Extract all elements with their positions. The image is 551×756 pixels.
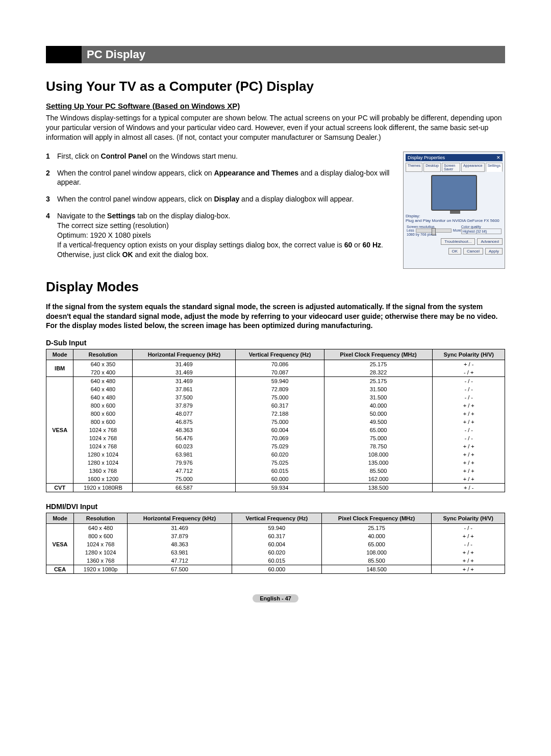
tab-themes: Themes [406,163,422,172]
data-cell: 40.000 [321,532,432,540]
hdmi-table: Mode Resolution Horizontal Frequency (kH… [46,513,505,574]
data-cell: 135.000 [324,459,433,467]
data-cell: 640 x 480 [73,393,133,401]
data-cell: 65.000 [324,426,433,434]
data-cell: 60.000 [232,565,321,574]
col-vf: Vertical Frequency (Hz) [236,349,324,360]
data-cell: + / + [433,401,505,410]
data-cell: + / + [433,475,505,484]
mode-cell: CEA [46,565,74,574]
data-cell: 162.000 [324,475,433,484]
table-row: 1024 x 76856.47670.06975.000- / - [46,434,505,442]
data-cell: 60.020 [232,548,321,557]
table-row: 1280 x 102463.98160.020108.000+ / + [46,450,505,459]
data-cell: + / + [432,565,505,574]
table-row: CVT1920 x 1080RB66.58759.934138.500+ / - [46,484,505,492]
dialog-tabs: Themes Desktop Screen Saver Appearance S… [406,163,503,172]
table-row: 1280 x 102479.97675.025135.000+ / + [46,459,505,467]
troubleshoot-button: Troubleshoot... [441,238,475,245]
data-cell: 60.015 [236,467,324,475]
data-cell: - / - [433,385,505,393]
data-cell: - / - [433,426,505,434]
data-cell: 37.861 [133,385,236,393]
resolution-slider [416,229,452,233]
data-cell: + / + [433,467,505,475]
data-cell: 47.712 [128,557,232,565]
col-hf: Horizontal Frequency (kHz) [133,349,236,360]
data-cell: 25.175 [324,377,433,386]
step-4: 4 Navigate to the Settings tab on the di… [46,211,397,259]
data-cell: 70.069 [236,434,324,442]
data-cell: 60.004 [232,540,321,548]
dsub-title: D-Sub Input [46,339,505,347]
subsection-setup: Setting Up Your PC Software (Based on Wi… [46,102,505,110]
data-cell: - / - [433,434,505,442]
data-cell: 85.500 [321,557,432,565]
data-cell: 63.981 [128,548,232,557]
data-cell: 25.175 [321,524,432,533]
col-res: Resolution [74,513,128,524]
data-cell: 65.000 [321,540,432,548]
data-cell: + / + [432,548,505,557]
data-cell: 31.469 [128,524,232,533]
data-cell: - / - [433,377,505,386]
data-cell: 1360 x 768 [73,467,133,475]
data-cell: 75.000 [324,434,433,442]
col-vf: Vertical Frequency (Hz) [232,513,321,524]
data-cell: 31.469 [133,368,236,377]
data-cell: 1024 x 768 [74,540,128,548]
step-number: 3 [46,194,57,204]
heading-using-tv: Using Your TV as a Computer (PC) Display [46,79,505,94]
data-cell: - / - [432,524,505,533]
col-pc: Pixel Clock Frequency (MHz) [324,349,433,360]
step-number: 1 [46,152,57,161]
table-row: 1024 x 76848.36360.00465.000- / - [46,540,505,548]
cq-label: Color quality [461,225,502,229]
data-cell: - / - [433,393,505,401]
monitor-preview [431,175,477,211]
data-cell: 31.469 [133,377,236,386]
data-cell: 79.976 [133,459,236,467]
data-cell: 800 x 600 [73,401,133,410]
data-cell: 1360 x 768 [74,557,128,565]
step-2: 2 When the control panel window appears,… [46,168,397,188]
data-cell: 1920 x 1080RB [73,484,133,492]
data-cell: 800 x 600 [74,532,128,540]
data-cell: 800 x 600 [73,410,133,418]
mode-cell: VESA [46,377,73,484]
data-cell: 48.363 [128,540,232,548]
step-text: When the control panel window appears, c… [57,194,397,204]
data-cell: 75.029 [236,442,324,450]
data-cell: - / + [433,368,505,377]
tab-screensaver: Screen Saver [442,163,460,172]
table-row: 640 x 48037.86172.80931.500- / - [46,385,505,393]
table-row: CEA1920 x 1080p67.50060.000148.500+ / + [46,565,505,574]
data-cell: 640 x 350 [73,360,133,369]
data-cell: 60.020 [236,450,324,459]
tab-appearance: Appearance [461,163,485,172]
data-cell: 63.981 [133,450,236,459]
data-cell: 75.025 [236,459,324,467]
data-cell: 67.500 [128,565,232,574]
data-cell: 37.879 [133,401,236,410]
data-cell: 59.934 [236,484,324,492]
data-cell: 60.317 [236,401,324,410]
data-cell: 75.000 [133,475,236,484]
hdmi-title: HDMI/DVI Input [46,502,505,511]
data-cell: 640 x 480 [73,385,133,393]
data-cell: + / + [432,532,505,540]
intro-paragraph: The Windows display-settings for a typic… [46,113,505,142]
data-cell: 1280 x 1024 [73,450,133,459]
mode-cell: CVT [46,484,73,492]
step-text: First, click on Control Panel on the Win… [57,152,397,161]
col-mode: Mode [46,349,73,360]
data-cell: 72.188 [236,410,324,418]
data-cell: 48.363 [133,426,236,434]
data-cell: 1280 x 1024 [74,548,128,557]
col-sp: Sync Polarity (H/V) [432,513,505,524]
data-cell: 40.000 [324,401,433,410]
data-cell: 60.000 [236,475,324,484]
data-cell: 48.077 [133,410,236,418]
table-row: 1024 x 76860.02375.02978.750+ / + [46,442,505,450]
data-cell: 66.587 [133,484,236,492]
